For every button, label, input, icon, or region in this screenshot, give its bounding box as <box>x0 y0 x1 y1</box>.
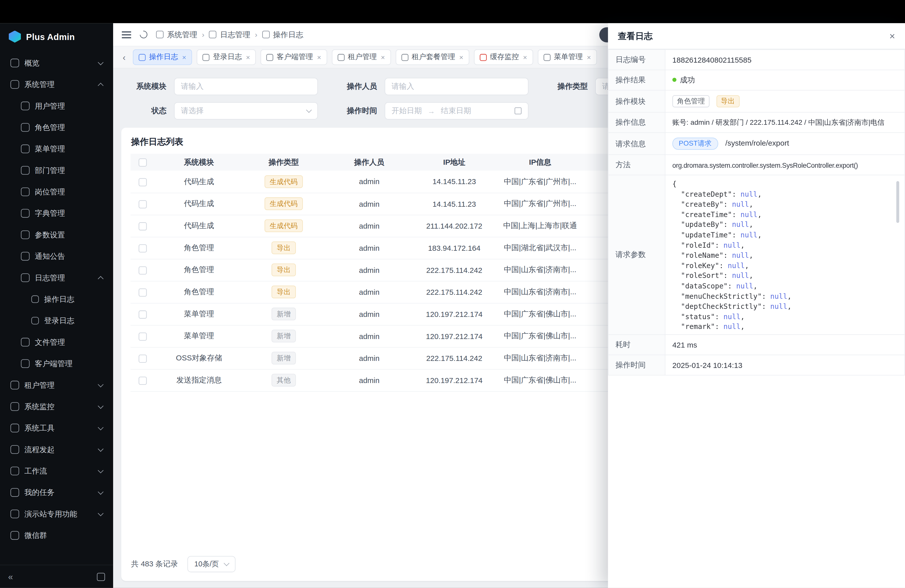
cell-module: OSS对象存储 <box>155 347 243 369</box>
tabs-scroll-left-icon[interactable]: ‹ <box>120 52 128 62</box>
tab[interactable]: 菜单管理 × <box>537 49 597 65</box>
cost-value: 421 ms <box>665 334 905 355</box>
logo-icon <box>9 30 21 43</box>
operation-type-badge: 导出 <box>272 242 296 254</box>
sidebar-item[interactable]: 工作流 <box>5 460 108 482</box>
sidebar-item[interactable]: 日志管理 <box>5 267 108 288</box>
row-checkbox[interactable] <box>139 377 147 385</box>
json-line: "updateTime": null, <box>672 230 893 241</box>
sidebar-item[interactable]: 用户管理 <box>5 95 108 116</box>
cell-module: 角色管理 <box>155 281 243 303</box>
row-checkbox[interactable] <box>139 244 147 252</box>
breadcrumb-item[interactable]: 日志管理 <box>220 29 250 40</box>
sidebar-item[interactable]: 操作日志 <box>5 288 108 310</box>
success-dot-icon <box>672 78 676 82</box>
tab-close-icon[interactable]: × <box>523 53 527 61</box>
sidebar-item[interactable]: 文件管理 <box>5 332 108 353</box>
row-checkbox[interactable] <box>139 288 147 296</box>
sidebar-item[interactable]: 演示站专用功能 <box>5 503 108 524</box>
date-range-input[interactable]: 开始日期 → 结束日期 <box>385 102 529 119</box>
menu-item-icon <box>21 273 30 282</box>
sidebar-item[interactable]: 概览 <box>5 52 108 74</box>
sidebar-item[interactable]: 客户端管理 <box>5 353 108 374</box>
chevron-down-icon <box>306 107 312 113</box>
tab[interactable]: 操作日志 × <box>133 49 192 65</box>
sidebar-item[interactable]: 角色管理 <box>5 117 108 138</box>
sidebar-item-label: 用户管理 <box>35 100 65 111</box>
detail-row-time: 操作时间 2025-01-24 10:14:13 <box>608 355 905 375</box>
code-scrollbar[interactable] <box>896 181 899 223</box>
tab[interactable]: 缓存监控 × <box>474 49 533 65</box>
row-checkbox[interactable] <box>139 310 147 318</box>
tab-close-icon[interactable]: × <box>317 53 321 61</box>
status-select[interactable]: 请选择 <box>174 102 318 119</box>
module-input[interactable]: 请输入 <box>174 78 318 95</box>
sidebar-item[interactable]: 字典管理 <box>5 202 108 224</box>
breadcrumb-separator: › <box>202 30 204 39</box>
tab[interactable]: 租户套餐管理 × <box>395 49 469 65</box>
breadcrumb-item[interactable]: 系统管理 <box>167 29 197 40</box>
tab-close-icon[interactable]: × <box>182 53 186 61</box>
tab-close-icon[interactable]: × <box>587 53 591 61</box>
chevron-down-icon <box>224 560 230 566</box>
tab-close-icon[interactable]: × <box>381 53 385 61</box>
json-line: "deptCheckStrictly": null, <box>672 302 893 312</box>
json-line: "updateBy": null, <box>672 220 893 230</box>
tab-label: 登录日志 <box>213 52 242 62</box>
operator-input[interactable]: 请输入 <box>385 78 529 95</box>
cell-operator: admin <box>324 369 414 391</box>
total-records: 共 483 条记录 <box>131 559 178 569</box>
result-value: 成功 <box>680 75 695 84</box>
collapse-sidebar-icon[interactable]: « <box>8 572 13 582</box>
sidebar-item[interactable]: 流程发起 <box>5 439 108 460</box>
tab[interactable]: 登录日志 × <box>197 49 256 65</box>
sidebar-item-label: 登录日志 <box>44 315 74 326</box>
menu-item-icon <box>11 488 19 497</box>
row-checkbox[interactable] <box>139 178 147 186</box>
filter-label-status: 状态 <box>121 106 167 116</box>
sidebar-item[interactable]: 系统管理 <box>5 74 108 95</box>
refresh-icon[interactable] <box>138 29 149 40</box>
sidebar-item[interactable]: 我的任务 <box>5 482 108 503</box>
sidebar-item[interactable]: 登录日志 <box>5 310 108 331</box>
tab-close-icon[interactable]: × <box>246 53 250 61</box>
row-checkbox[interactable] <box>139 222 147 230</box>
sidebar-item[interactable]: 系统监控 <box>5 396 108 417</box>
sidebar-item[interactable]: 通知公告 <box>5 245 108 267</box>
sidebar-item[interactable]: 系统工具 <box>5 417 108 439</box>
select-all-checkbox[interactable] <box>139 159 147 167</box>
sidebar-item[interactable]: 租户管理 <box>5 374 108 396</box>
cell-ip: 211.144.202.172 <box>414 215 494 237</box>
json-line: "roleKey": null, <box>672 261 893 271</box>
sidebar-item[interactable]: 部门管理 <box>5 160 108 181</box>
cell-ip-info: 中国|上海|上海市|联通 <box>494 215 586 237</box>
cell-ip: 183.94.172.164 <box>414 237 494 259</box>
cell-operator: admin <box>324 303 414 325</box>
screen: Plus Admin 概览 系统管理 <box>0 0 905 588</box>
breadcrumb-item: 操作日志 <box>273 29 303 40</box>
sidebar-item[interactable]: 微信群 <box>5 524 108 546</box>
sidebar-item[interactable]: 岗位管理 <box>5 181 108 202</box>
row-checkbox[interactable] <box>139 200 147 208</box>
request-path: /system/role/export <box>725 139 789 148</box>
cell-ip-info: 中国|山东省|济南市|... <box>494 347 586 369</box>
page-size-select[interactable]: 10条/页 <box>187 556 235 572</box>
sidebar-item[interactable]: 菜单管理 <box>5 138 108 159</box>
cell-module: 代码生成 <box>155 170 243 193</box>
sidebar-item[interactable]: 参数设置 <box>5 224 108 245</box>
logo[interactable]: Plus Admin <box>0 23 113 50</box>
sidebar-item-label: 菜单管理 <box>35 144 65 154</box>
close-icon[interactable]: × <box>889 31 895 41</box>
tab-close-icon[interactable]: × <box>459 53 463 61</box>
hamburger-icon[interactable] <box>122 34 131 35</box>
menu-item-icon <box>21 230 30 239</box>
sidebar-item-label: 参数设置 <box>35 230 65 240</box>
tab[interactable]: 租户管理 × <box>332 49 391 65</box>
row-checkbox[interactable] <box>139 332 147 340</box>
row-checkbox[interactable] <box>139 266 147 274</box>
pin-icon[interactable] <box>97 573 105 581</box>
tab[interactable]: 客户端管理 × <box>260 49 327 65</box>
log-folder-icon <box>209 31 217 38</box>
row-checkbox[interactable] <box>139 354 147 362</box>
tab-list: 操作日志 × 登录日志 × 客户端管理 × <box>133 49 597 65</box>
